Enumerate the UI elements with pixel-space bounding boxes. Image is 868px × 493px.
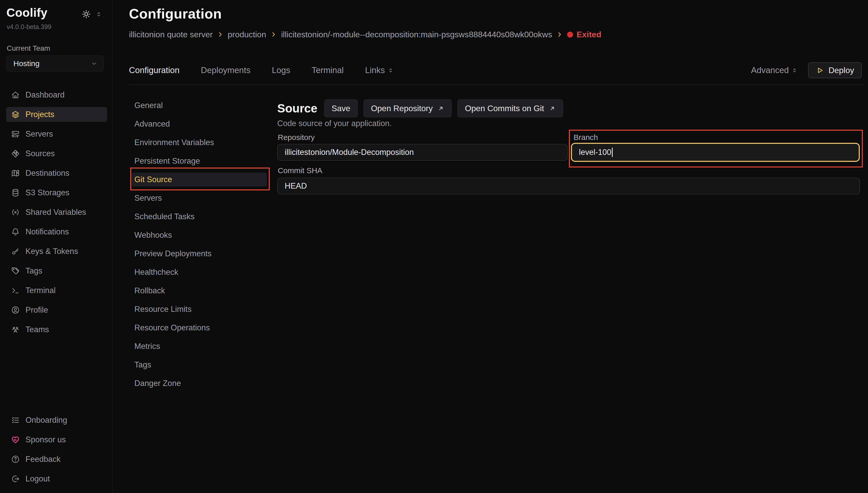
external-link-icon [549,105,556,112]
variables-icon [11,208,20,217]
subnav-item-persistent-storage[interactable]: Persistent Storage [132,154,267,168]
sidebar: Coolify v4.0.0-beta.399 Current Team Hos… [0,0,113,493]
chevron-right-icon [217,31,224,38]
users-icon [11,325,20,334]
sidebar-item-logout[interactable]: Logout [6,471,107,486]
text-cursor [612,148,613,157]
breadcrumb-item-production[interactable]: production [228,30,277,39]
external-link-icon [437,105,444,112]
team-select-value: Hosting [14,59,91,68]
sidebar-item-profile[interactable]: Profile [6,303,107,318]
page-title: Configuration [129,6,221,22]
help-circle-icon [11,455,20,464]
sidebar-item-sources[interactable]: Sources [6,146,107,161]
tag-icon [11,266,20,275]
subnav-item-git-source[interactable]: Git Source [132,173,267,187]
sidebar-item-onboarding[interactable]: Onboarding [6,413,107,428]
repository-label: Repository [278,133,315,142]
subnav-item-tags[interactable]: Tags [132,358,267,372]
tab-configuration[interactable]: Configuration [129,65,188,75]
sidebar-item-terminal[interactable]: Terminal [6,283,107,298]
server-icon [11,130,20,138]
sun-icon[interactable] [81,9,91,19]
git-source-icon [11,149,20,158]
map-icon [11,169,20,177]
sidebar-item-projects[interactable]: Projects [6,107,107,122]
tab-deployments[interactable]: Deployments [201,65,259,75]
branch-label: Branch [573,133,598,142]
sidebar-item-dashboard[interactable]: Dashboard [6,87,107,102]
repository-input[interactable] [277,144,568,161]
subnav-item-resource-limits[interactable]: Resource Limits [132,302,267,316]
save-button[interactable]: Save [324,99,358,117]
sidebar-item-feedback[interactable]: Feedback [6,452,107,467]
chevron-right-icon [270,31,277,38]
terminal-icon [11,286,20,295]
app-logo: Coolify [6,6,47,20]
subnav-item-environment-variables[interactable]: Environment Variables [132,135,267,150]
subnav-item-preview-deployments[interactable]: Preview Deployments [132,247,267,261]
logout-icon [11,474,20,483]
breadcrumb-item-illicitonion-quote-server[interactable]: illicitonion quote server [129,30,224,39]
chevron-down-icon [91,60,98,67]
sidebar-item-notifications[interactable]: Notifications [6,224,107,239]
commit-sha-label: Commit SHA [278,166,322,175]
subnav-item-metrics[interactable]: Metrics [132,339,267,353]
subnav-item-rollback[interactable]: Rollback [132,284,267,298]
sidebar-item-destinations[interactable]: Destinations [6,166,107,180]
subnav-item-healthcheck[interactable]: Healthcheck [132,265,267,279]
commit-sha-input[interactable] [277,177,860,194]
subnav-item-general[interactable]: General [132,99,267,112]
sidebar-item-shared-variables[interactable]: Shared Variables [6,205,107,220]
source-form: Source Save Open Repository Open Commits… [277,0,862,493]
bell-icon [11,228,20,236]
layers-icon [11,110,20,119]
checklist-icon [11,416,20,425]
heart-icon [11,435,20,444]
subnav-item-danger-zone[interactable]: Danger Zone [132,377,267,390]
subnav-item-servers[interactable]: Servers [132,191,267,205]
sidebar-footer-nav: Onboarding Sponsor us Feedback Logout [6,413,107,491]
open-commits-button[interactable]: Open Commits on Git [458,99,563,117]
source-header: Source Save Open Repository Open Commits… [277,99,563,117]
repository-input-field[interactable] [285,148,560,157]
branch-input[interactable]: level-100 [571,143,860,162]
subnav-item-scheduled-tasks[interactable]: Scheduled Tasks [132,210,267,223]
app-version: v4.0.0-beta.399 [7,23,51,30]
sidebar-item-sponsor-us[interactable]: Sponsor us [6,432,107,447]
current-team-label: Current Team [7,44,50,52]
sidebar-item-teams[interactable]: Teams [6,322,107,337]
home-icon [11,90,20,99]
section-title: Source [277,101,317,115]
commit-sha-input-field[interactable] [285,181,852,191]
sidebar-item-servers[interactable]: Servers [6,127,107,142]
sidebar-item-s3-storages[interactable]: S3 Storages [6,185,107,200]
open-repository-button[interactable]: Open Repository [363,99,452,117]
sidebar-nav: Dashboard Projects Servers Sources [6,87,107,342]
user-circle-icon [11,306,20,315]
key-icon [11,247,20,256]
subnav-item-resource-operations[interactable]: Resource Operations [132,321,267,335]
sidebar-item-keys-tokens[interactable]: Keys & Tokens [6,244,107,259]
subnav-item-webhooks[interactable]: Webhooks [132,228,267,242]
sidebar-item-tags[interactable]: Tags [6,263,107,278]
team-select[interactable]: Hosting [6,56,104,71]
section-description: Code source of your application. [277,119,392,128]
database-icon [11,188,20,197]
unfold-icon[interactable] [95,11,102,18]
settings-subnav: General Advanced Environment Variables P… [132,99,267,395]
subnav-item-advanced[interactable]: Advanced [132,117,267,131]
main-content: Configuration illicitonion quote server … [113,0,868,493]
coolify-app: Coolify v4.0.0-beta.399 Current Team Hos… [0,0,868,493]
